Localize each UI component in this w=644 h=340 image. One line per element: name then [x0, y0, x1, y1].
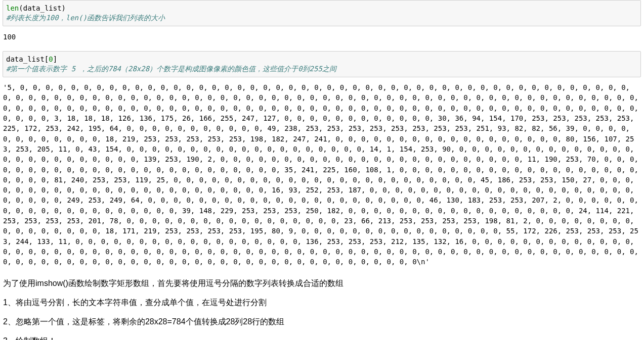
md-paragraph-4: 3、绘制数组！ — [3, 335, 641, 341]
code-token-arg: data_list — [23, 4, 62, 12]
output-1: 100 — [0, 30, 644, 48]
md-paragraph-1: 为了使用imshow()函数绘制数字矩形数组，首先要将使用逗号分隔的数字列表转换… — [3, 277, 641, 289]
markdown-block: 为了使用imshow()函数绘制数字矩形数组，首先要将使用逗号分隔的数字列表转换… — [0, 274, 644, 341]
code-comment-1: #列表长度为100，len()函数告诉我们列表的大小 — [6, 14, 165, 22]
output-2: '5, 0, 0, 0, 0, 0, 0, 0, 0, 0, 0, 0, 0, … — [0, 81, 644, 274]
code-token-len: len — [6, 4, 19, 12]
code-cell-1[interactable]: len(data_list) #列表长度为100，len()函数告诉我们列表的大… — [3, 0, 641, 26]
code-token-rparen: ) — [62, 4, 66, 12]
code-token-lparen: ( — [19, 4, 23, 12]
notebook-content: len(data_list) #列表长度为100，len()函数告诉我们列表的大… — [0, 0, 644, 340]
md-paragraph-3: 2、忽略第一个值，这是标签，将剩余的28x28=784个值转换成28列28行的数… — [3, 316, 641, 328]
code-cell-2[interactable]: data_list[0] #第一个值表示数字 5 ，之后的784（28x28）个… — [3, 51, 641, 77]
code-token-datalist: data_list — [6, 55, 45, 63]
code-comment-2: #第一个值表示数字 5 ，之后的784（28x28）个数字是构成图像像素的颜色值… — [6, 65, 336, 73]
code-token-rbrack: ] — [53, 55, 57, 63]
md-paragraph-2: 1、将由逗号分割，长的文本字符串值，查分成单个值，在逗号处进行分割 — [3, 297, 641, 309]
code-token-idx: 0 — [49, 55, 53, 63]
